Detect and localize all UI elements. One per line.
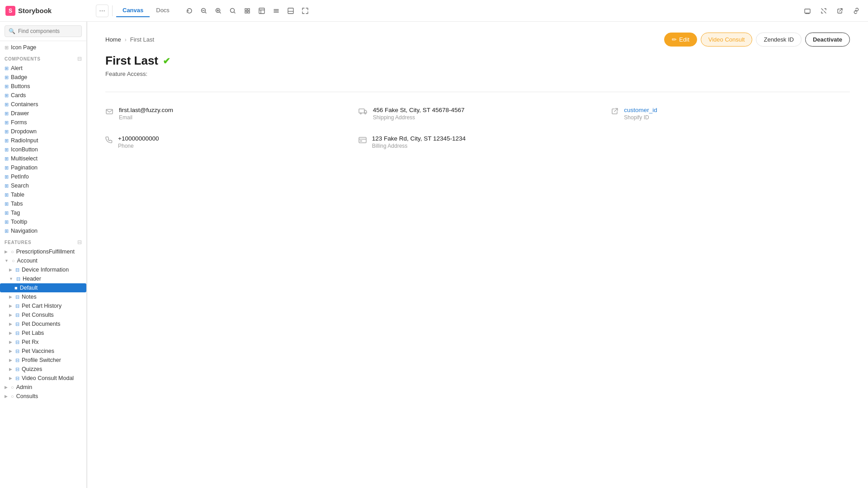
video-consult-button[interactable]: Video Consult <box>701 33 753 47</box>
component-icon: ⊟ <box>15 330 19 336</box>
sidebar-item-pagination[interactable]: ⊞ Pagination <box>0 163 86 172</box>
sidebar-item-containers[interactable]: ⊞ Containers <box>0 100 86 109</box>
link-icon[interactable] <box>850 5 863 17</box>
external-link-icon <box>611 108 618 117</box>
layout-icon[interactable] <box>255 5 268 17</box>
sidebar-item-video-consult-modal[interactable]: ▶ ⊟ Video Consult Modal <box>0 374 86 383</box>
grid-icon[interactable] <box>241 5 254 17</box>
sidebar-item-alert[interactable]: ⊞ Alert <box>0 64 86 73</box>
search-box[interactable]: 🔍 / <box>5 25 82 37</box>
breadcrumb-separator: › <box>125 37 127 43</box>
sidebar-item-navigation[interactable]: ⊞ Navigation <box>0 226 86 235</box>
sidebar-item-tooltip[interactable]: ⊞ Tooltip <box>0 217 86 226</box>
info-billing: 123 Fake Rd, City, ST 12345-1234 Billing… <box>359 135 597 149</box>
tab-canvas[interactable]: Canvas <box>116 4 150 17</box>
sidebar-item-petinfo[interactable]: ⊞ PetInfo <box>0 172 86 181</box>
sidebar-item-tabs[interactable]: ⊞ Tabs <box>0 199 86 208</box>
sidebar-item-pet-consults[interactable]: ▶ ⊟ Pet Consults <box>0 310 86 319</box>
search-input[interactable] <box>18 28 86 34</box>
tab-docs[interactable]: Docs <box>150 4 176 17</box>
sidebar-item-tag[interactable]: ⊞ Tag <box>0 208 86 217</box>
sidebar-item-cards[interactable]: ⊞ Cards <box>0 91 86 100</box>
sidebar-item-label: IconButton <box>11 146 38 153</box>
sidebar-item-label: PetInfo <box>11 174 29 180</box>
component-icon: ⊟ <box>15 348 19 354</box>
component-icon: ⊞ <box>5 120 9 126</box>
component-icon: ⊞ <box>5 84 9 89</box>
sidebar-item-pet-labs[interactable]: ▶ ⊟ Pet Labs <box>0 328 86 338</box>
component-icon: ⊞ <box>5 210 9 216</box>
sidebar-item-multiselect[interactable]: ⊞ Multiselect <box>0 154 86 163</box>
sidebar-item-iconbutton[interactable]: ⊞ IconButton <box>0 145 86 154</box>
info-shipping-content: 456 Fake St, City, ST 45678-4567 Shippin… <box>373 107 465 121</box>
zoom-in-icon[interactable] <box>212 5 225 17</box>
breadcrumb-home[interactable]: Home <box>105 36 121 43</box>
search-icon: 🔍 <box>9 28 15 34</box>
sidebar-item-device-information[interactable]: ▶ ⊟ Device Information <box>0 265 86 274</box>
edit-label: Edit <box>679 36 689 43</box>
svg-rect-11 <box>359 109 364 113</box>
component-icon: ⊟ <box>15 366 19 372</box>
expand-icon: ▶ <box>9 295 12 299</box>
verified-icon: ✔ <box>163 56 170 66</box>
sidebar-item-pet-cart-history[interactable]: ▶ ⊟ Pet Cart History <box>0 301 86 310</box>
info-email: first.last@fuzzy.com Email <box>105 107 344 121</box>
sidebar-item-notes[interactable]: ▶ ⊟ Notes <box>0 292 86 301</box>
collapse-icon[interactable]: ⊟ <box>77 56 82 62</box>
panel-icon[interactable] <box>284 5 297 17</box>
sidebar-item-drawer[interactable]: ⊞ Drawer <box>0 109 86 118</box>
component-icon: ⊞ <box>5 75 9 80</box>
sidebar-item-label: Navigation <box>11 228 38 234</box>
viewport-icon[interactable] <box>801 5 814 17</box>
sidebar-item-label: Tooltip <box>11 219 27 225</box>
sidebar-item-badge[interactable]: ⊞ Badge <box>0 73 86 82</box>
sidebar-item-pet-documents[interactable]: ▶ ⊟ Pet Documents <box>0 319 86 328</box>
component-icon: ⊞ <box>5 102 9 108</box>
zendesk-label: Zendesk ID <box>764 36 793 43</box>
sidebar-item-quizzes[interactable]: ▶ ⊟ Quizzes <box>0 365 86 374</box>
sidebar-item-label: Tag <box>11 210 20 216</box>
component-icon: ⊞ <box>5 165 9 171</box>
sidebar-item-consults[interactable]: ▶ ○ Consults <box>0 392 86 401</box>
sidebar-item-search[interactable]: ⊞ Search <box>0 181 86 190</box>
expand-icon: ▶ <box>5 394 8 399</box>
sidebar-item-buttons[interactable]: ⊞ Buttons <box>0 82 86 91</box>
info-email-content: first.last@fuzzy.com Email <box>119 107 173 121</box>
zoom-reset-icon[interactable] <box>226 5 239 17</box>
expand-icon[interactable] <box>817 5 830 17</box>
sidebar-item-prescriptions[interactable]: ▶ ○ PrescriptionsFulfillment <box>0 247 86 256</box>
sidebar-item-label: Pet Rx <box>22 339 39 345</box>
expand-icon: ▶ <box>9 349 12 353</box>
sidebar-item-admin[interactable]: ▶ ○ Admin <box>0 383 86 392</box>
sidebar-item-dropdown[interactable]: ⊞ Dropdown <box>0 127 86 136</box>
more-button[interactable]: ··· <box>96 5 108 17</box>
sidebar-item-icon-page[interactable]: ⊞ Icon Page <box>0 43 86 52</box>
feature-access: Feature Access: <box>105 70 850 77</box>
sidebar-item-forms[interactable]: ⊞ Forms <box>0 118 86 127</box>
expand-icon: ▶ <box>5 249 8 254</box>
fullscreen-icon[interactable] <box>299 5 311 17</box>
sidebar-item-pet-vaccines[interactable]: ▶ ⊟ Pet Vaccines <box>0 347 86 356</box>
sidebar-item-account[interactable]: ▼ ○ Account <box>0 256 86 265</box>
sidebar-item-radioinput[interactable]: ⊞ RadioInput <box>0 136 86 145</box>
external-link-icon[interactable] <box>834 5 846 17</box>
sidebar-item-default[interactable]: ■ Default <box>0 283 86 292</box>
deactivate-button[interactable]: Deactivate <box>805 33 850 47</box>
svg-rect-5 <box>245 11 247 13</box>
sidebar-item-label: Pet Cart History <box>22 303 61 309</box>
sidebar-item-pet-rx[interactable]: ▶ ⊟ Pet Rx <box>0 338 86 347</box>
component-icon: ⊟ <box>15 303 19 309</box>
info-grid: first.last@fuzzy.com Email 456 Fake St, … <box>105 107 850 149</box>
folder-icon: ○ <box>11 249 14 254</box>
zoom-out-icon[interactable] <box>198 5 210 17</box>
zendesk-button[interactable]: Zendesk ID <box>756 33 801 47</box>
edit-button[interactable]: ✏ Edit <box>664 33 697 47</box>
sidebar-item-table[interactable]: ⊞ Table <box>0 190 86 199</box>
list-icon[interactable] <box>270 5 283 17</box>
refresh-icon[interactable] <box>183 5 196 17</box>
sidebar-item-header[interactable]: ▼ ⊟ Header <box>0 274 86 283</box>
sidebar-item-profile-switcher[interactable]: ▶ ⊟ Profile Switcher <box>0 356 86 365</box>
sidebar-item-label: Video Consult Modal <box>22 375 74 381</box>
shopify-value[interactable]: customer_id <box>624 107 657 113</box>
collapse-features-icon[interactable]: ⊟ <box>77 239 82 245</box>
